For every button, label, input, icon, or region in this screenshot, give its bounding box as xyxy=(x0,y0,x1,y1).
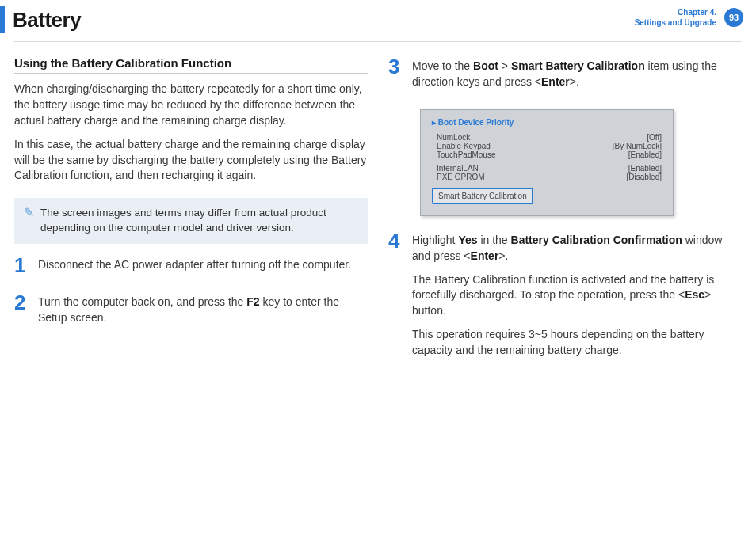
page-header: Battery Chapter 4. Settings and Upgrade … xyxy=(0,0,756,38)
step-3-sbc: Smart Battery Calibration xyxy=(511,59,645,72)
step-4-text-3: This operation requires 3~5 hours depend… xyxy=(412,327,742,359)
content-columns: Using the Battery Calibration Function W… xyxy=(0,42,756,378)
step-3-enter: Enter xyxy=(541,75,570,88)
section-subhead: Using the Battery Calibration Function xyxy=(14,56,368,74)
step-4-p2a: The Battery Calibration function is acti… xyxy=(412,273,714,302)
step-2-text-a: Turn the computer back on, and press the xyxy=(38,295,246,308)
step-1-body: Disconnect the AC power adapter after tu… xyxy=(38,255,368,281)
bios-r5l: PXE OPROM xyxy=(437,173,485,181)
chapter-label: Chapter 4. Settings and Upgrade xyxy=(635,8,716,28)
step-4-d: >. xyxy=(498,249,508,262)
bios-panel: ▸ Boot Device Priority NumLock[Off] Enab… xyxy=(420,109,674,216)
step-2: 2 Turn the computer back on, and press t… xyxy=(14,292,368,334)
step-4-a: Highlight xyxy=(412,234,458,246)
bios-row-numlock: NumLock[Off] xyxy=(437,133,662,142)
step-2-body: Turn the computer back on, and press the… xyxy=(38,292,368,334)
page-number-badge: 93 xyxy=(724,8,743,27)
step-4-text-2: The Battery Calibration function is acti… xyxy=(412,272,742,320)
note-text: The screen images and terms may differ f… xyxy=(40,206,357,236)
step-4: 4 Highlight Yes in the Battery Calibrati… xyxy=(388,230,742,367)
step-1: 1 Disconnect the AC power adapter after … xyxy=(14,255,368,281)
step-2-number: 2 xyxy=(14,292,29,334)
bios-r1r: [Off] xyxy=(647,133,662,142)
bios-r4l: InternalLAN xyxy=(437,164,479,173)
bios-block-2: InternalLAN[Enabled] PXE OPROM[Disabled] xyxy=(432,164,662,181)
step-4-body: Highlight Yes in the Battery Calibration… xyxy=(412,230,742,367)
step-4-b: in the xyxy=(478,234,511,246)
bios-row-pxe: PXE OPROM[Disabled] xyxy=(437,173,662,181)
bios-r2l: Enable Keypad xyxy=(437,142,491,150)
right-column: 3 Move to the Boot > Smart Battery Calib… xyxy=(388,56,742,378)
intro-paragraph-2: In this case, the actual battery charge … xyxy=(14,137,368,184)
header-right: Chapter 4. Settings and Upgrade 93 xyxy=(635,6,743,28)
bios-heading: ▸ Boot Device Priority xyxy=(432,118,662,127)
step-4-yes: Yes xyxy=(458,234,477,246)
step-1-number: 1 xyxy=(14,255,29,281)
bios-highlighted-item: Smart Battery Calibration xyxy=(432,188,533,204)
bios-row-touchpad: TouchPadMouse[Enabled] xyxy=(437,150,662,159)
accent-bar xyxy=(0,6,5,33)
step-3-a: Move to the xyxy=(412,59,473,72)
step-2-key: F2 xyxy=(246,295,259,308)
page-title: Battery xyxy=(13,8,81,32)
bios-row-keypad: Enable Keypad[By NumLock] xyxy=(437,142,662,150)
step-3: 3 Move to the Boot > Smart Battery Calib… xyxy=(388,56,742,98)
step-3-sep: > xyxy=(498,59,511,72)
step-3-text: Move to the Boot > Smart Battery Calibra… xyxy=(412,59,742,90)
bios-r4r: [Enabled] xyxy=(628,164,662,173)
step-4-win: Battery Calibration Confirmation xyxy=(511,234,682,246)
step-4-esc: Esc xyxy=(685,288,704,301)
bios-r1l: NumLock xyxy=(437,133,470,142)
step-1-text: Disconnect the AC power adapter after tu… xyxy=(38,257,368,273)
step-3-boot: Boot xyxy=(473,59,498,72)
bios-r3r: [Enabled] xyxy=(628,150,662,159)
bios-screenshot: ▸ Boot Device Priority NumLock[Off] Enab… xyxy=(420,109,674,216)
bios-r5r: [Disabled] xyxy=(627,173,662,181)
step-4-number: 4 xyxy=(388,230,403,367)
chapter-line-2: Settings and Upgrade xyxy=(635,18,716,29)
step-3-number: 3 xyxy=(388,56,403,98)
bios-block-1: NumLock[Off] Enable Keypad[By NumLock] T… xyxy=(432,133,662,159)
bios-r3l: TouchPadMouse xyxy=(437,150,496,159)
note-box: ✎ The screen images and terms may differ… xyxy=(14,198,368,244)
intro-paragraph-1: When charging/discharging the battery re… xyxy=(14,82,368,129)
step-3-c: >. xyxy=(570,75,579,88)
bios-row-lan: InternalLAN[Enabled] xyxy=(437,164,662,173)
step-4-enter: Enter xyxy=(471,249,499,262)
step-3-body: Move to the Boot > Smart Battery Calibra… xyxy=(412,56,742,98)
step-4-text-1: Highlight Yes in the Battery Calibration… xyxy=(412,233,742,264)
left-column: Using the Battery Calibration Function W… xyxy=(14,56,368,378)
chapter-line-1: Chapter 4. xyxy=(635,8,716,18)
note-icon: ✎ xyxy=(24,206,34,236)
bios-r2r: [By NumLock] xyxy=(613,142,662,150)
header-left: Battery xyxy=(0,6,81,33)
step-2-text: Turn the computer back on, and press the… xyxy=(38,295,368,326)
